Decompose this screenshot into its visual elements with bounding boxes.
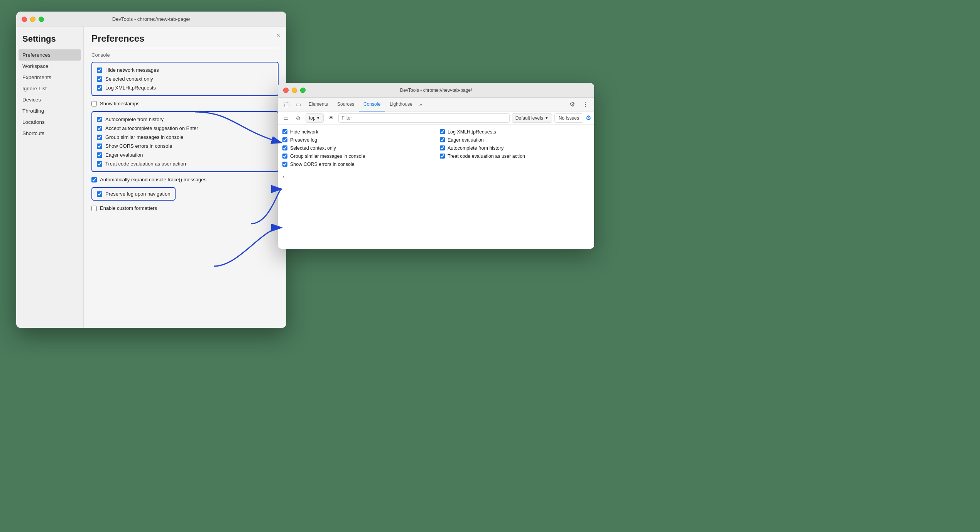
annotation-arrows — [0, 0, 980, 532]
